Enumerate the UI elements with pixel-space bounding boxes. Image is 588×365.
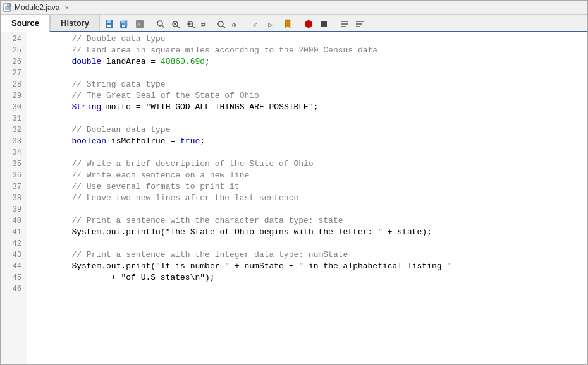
line-num-30: 30 [1, 102, 27, 113]
title-bar: Module2.java × [1, 1, 587, 15]
close-button[interactable]: × [64, 4, 68, 11]
code-line-44: System.out.print("It is number " + numSt… [32, 261, 587, 272]
svg-point-23 [218, 21, 223, 27]
file-title: Module2.java [15, 3, 59, 12]
find-inc-button[interactable] [214, 17, 228, 31]
replace-button[interactable]: ⇄ [199, 17, 213, 31]
save-button[interactable] [102, 17, 116, 31]
svg-line-17 [177, 26, 180, 28]
code-area[interactable]: // Double data type // Land area in squa… [27, 32, 587, 364]
line-num-28: 28 [1, 79, 27, 90]
code-line-38: // Leave two new lines after the last se… [32, 193, 587, 204]
sep-2 [247, 18, 247, 30]
line-num-35: 35 [1, 159, 27, 170]
record-button[interactable] [302, 17, 315, 31]
code-line-29: // The Great Seal of the State of Ohio [32, 90, 587, 102]
find-next-button[interactable]: ▶ [184, 17, 198, 31]
prev-edit-button[interactable]: ◁ [250, 17, 264, 31]
line-num-29: 29 [1, 90, 27, 102]
svg-line-24 [223, 26, 225, 28]
svg-point-29 [305, 20, 312, 28]
svg-rect-1 [8, 4, 10, 6]
save-all-button[interactable] [118, 17, 132, 31]
svg-text:▶: ▶ [188, 21, 192, 27]
svg-line-15 [162, 25, 164, 28]
line-numbers: 2425262728293031323334353637383940414243… [1, 32, 27, 364]
line-num-33: 33 [1, 136, 27, 147]
line-num-45: 45 [1, 272, 27, 284]
code-line-31 [32, 113, 587, 124]
code-line-41: System.out.println("The State of Ohio be… [32, 227, 587, 238]
svg-text:⊕: ⊕ [232, 21, 236, 29]
code-line-30: String motto = "WITH GOD ALL THINGS ARE … [32, 102, 587, 113]
line-num-40: 40 [1, 215, 27, 227]
format-button[interactable] [338, 17, 352, 31]
code-line-36: // Write each sentence on a new line [32, 170, 587, 181]
line-num-46: 46 [1, 284, 27, 295]
line-num-36: 36 [1, 170, 27, 181]
bookmarks-button[interactable] [281, 17, 295, 31]
line-num-32: 32 [1, 124, 27, 136]
svg-rect-7 [107, 25, 111, 27]
line-num-25: 25 [1, 45, 27, 56]
svg-text:⇄: ⇄ [201, 20, 206, 29]
tab-history[interactable]: History [50, 15, 100, 31]
code-line-33: boolean isMottoTrue = true; [32, 136, 587, 147]
svg-text:◀: ◀ [173, 21, 176, 27]
code-line-32: // Boolean data type [32, 124, 587, 136]
line-num-41: 41 [1, 227, 27, 238]
code-line-26: double landArea = 40860.69d; [32, 56, 587, 68]
code-line-25: // Land area in square miles according t… [32, 45, 587, 56]
svg-marker-28 [285, 20, 290, 28]
line-num-37: 37 [1, 181, 27, 193]
next-edit-button[interactable]: ▷ [266, 17, 279, 31]
line-num-26: 26 [1, 56, 27, 68]
svg-rect-30 [321, 21, 327, 27]
line-num-42: 42 [1, 238, 27, 249]
line-num-31: 31 [1, 113, 27, 124]
find-prev-button[interactable]: ◀ [169, 17, 183, 31]
sep-3 [298, 18, 298, 30]
tab-source[interactable]: Source [1, 15, 50, 32]
svg-rect-11 [122, 20, 128, 26]
code-line-24: // Double data type [32, 33, 587, 45]
line-num-39: 39 [1, 204, 27, 215]
code-line-37: // Use several formats to print it [32, 181, 587, 193]
line-num-44: 44 [1, 261, 27, 272]
code-line-43: // Print a sentence with the integer dat… [32, 249, 587, 261]
line-num-27: 27 [1, 68, 27, 79]
format2-button[interactable] [353, 17, 367, 31]
svg-text:↩: ↩ [136, 21, 140, 29]
svg-point-14 [157, 21, 162, 26]
sep-4 [334, 18, 334, 30]
stop-button[interactable] [317, 17, 331, 31]
code-line-40: // Print a sentence with the character d… [32, 215, 587, 227]
code-container: 2425262728293031323334353637383940414243… [1, 32, 587, 364]
tab-bar: Source History ↩ ◀ ▶ [1, 15, 587, 32]
find-button[interactable] [154, 17, 168, 31]
line-num-34: 34 [1, 147, 27, 159]
svg-line-20 [192, 26, 195, 28]
code-line-27 [32, 68, 587, 79]
find-refs-button[interactable]: ⊕ [230, 17, 243, 31]
svg-rect-6 [107, 20, 111, 23]
svg-text:▷: ▷ [268, 21, 273, 29]
svg-text:◁: ◁ [252, 21, 257, 29]
file-icon [3, 3, 12, 12]
code-line-39 [32, 204, 587, 215]
code-line-34 [32, 147, 587, 159]
code-line-45: + "of U.S states\n"); [32, 272, 587, 284]
code-line-28: // String data type [32, 79, 587, 90]
code-line-46 [32, 284, 587, 295]
code-line-42 [32, 238, 587, 249]
code-line-35: // Write a brief description of the Stat… [32, 159, 587, 170]
revert-button[interactable]: ↩ [133, 17, 147, 31]
sep-1 [150, 18, 150, 30]
line-num-38: 38 [1, 193, 27, 204]
line-num-43: 43 [1, 249, 27, 261]
line-num-24: 24 [1, 33, 27, 45]
main-window: Module2.java × Source History ↩ [0, 0, 588, 365]
